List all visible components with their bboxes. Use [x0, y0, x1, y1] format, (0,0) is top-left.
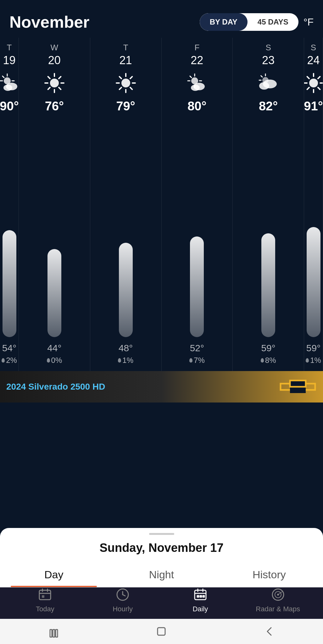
- sheet-date: Sunday, November 17: [0, 541, 323, 555]
- day-col-21[interactable]: T 21 79° 48° 1%: [90, 38, 162, 371]
- precip-icon: [2, 358, 5, 363]
- svg-line-47: [318, 77, 320, 79]
- svg-line-22: [119, 77, 121, 79]
- weather-icon: [43, 72, 65, 94]
- nav-label: Today: [36, 605, 54, 613]
- day-name: T: [7, 43, 12, 53]
- svg-line-70: [278, 591, 282, 595]
- temp-low: 44°: [47, 343, 61, 353]
- svg-line-24: [130, 77, 132, 79]
- day-num: 23: [262, 54, 275, 67]
- day-col-23[interactable]: S 23 82° 59° 8%: [233, 38, 304, 371]
- chevy-logo: [279, 377, 317, 396]
- back-button[interactable]: [263, 625, 276, 638]
- svg-rect-74: [158, 628, 165, 635]
- sheet-tab-night[interactable]: Night: [108, 562, 215, 587]
- day-name: F: [194, 43, 199, 53]
- svg-line-46: [318, 87, 320, 89]
- day-col-19[interactable]: T 19 90° 54° 2%: [0, 38, 19, 371]
- view-toggle[interactable]: BY DAY 45 DAYS: [200, 13, 298, 31]
- svg-rect-71: [50, 630, 52, 637]
- temp-high: 91°: [304, 99, 323, 113]
- temp-bar-container: [189, 116, 204, 337]
- nav-item-today[interactable]: Today: [6, 587, 84, 613]
- weather-icon: [186, 72, 208, 94]
- svg-line-15: [59, 77, 61, 79]
- precip-value: 1%: [122, 356, 133, 365]
- day-num: 19: [3, 54, 15, 67]
- precip-icon: [118, 358, 121, 363]
- day-name: T: [123, 43, 128, 53]
- by-day-button[interactable]: BY DAY: [200, 13, 248, 31]
- precip: 0%: [47, 356, 62, 365]
- svg-line-5: [2, 76, 4, 78]
- precip-value: 1%: [310, 356, 321, 365]
- temp-low: 59°: [261, 343, 275, 353]
- home-button[interactable]: [155, 625, 168, 638]
- weather-icon: [0, 72, 19, 94]
- temp-low: 52°: [190, 343, 204, 353]
- precip: 2%: [2, 356, 17, 365]
- svg-rect-72: [53, 630, 55, 637]
- temp-high: 80°: [187, 99, 207, 113]
- toggle-group: BY DAY 45 DAYS °F: [200, 13, 314, 31]
- svg-line-14: [59, 87, 61, 89]
- bottom-sheet: Sunday, November 17 DayNightHistory: [0, 528, 323, 587]
- nav-item-daily[interactable]: Daily: [162, 587, 239, 613]
- temp-bar: [261, 233, 275, 337]
- sheet-tab-day[interactable]: Day: [0, 562, 108, 587]
- svg-rect-52: [39, 590, 51, 600]
- svg-point-39: [259, 82, 269, 90]
- precip-value: 0%: [51, 356, 62, 365]
- day-num: 24: [307, 54, 320, 67]
- day-num: 22: [191, 54, 203, 67]
- weather-icon: [115, 72, 137, 94]
- svg-line-13: [48, 77, 50, 79]
- sheet-tab-history[interactable]: History: [215, 562, 323, 587]
- svg-rect-64: [197, 595, 199, 597]
- ad-banner[interactable]: 2024 Silverado 2500 HD: [0, 371, 323, 402]
- header: November BY DAY 45 DAYS °F: [0, 0, 323, 38]
- clock-icon: [115, 587, 131, 602]
- day-col-24[interactable]: S 24 91° 59° 1%: [304, 38, 323, 371]
- nav-item-radar-&-maps[interactable]: Radar & Maps: [239, 587, 317, 613]
- precip: 8%: [261, 356, 276, 365]
- unit-label: °F: [304, 16, 314, 28]
- recent-apps-button[interactable]: [47, 625, 60, 638]
- svg-line-23: [130, 87, 132, 89]
- temp-high: 79°: [116, 99, 135, 113]
- weather-icon: [304, 72, 323, 94]
- day-num: 20: [48, 54, 61, 67]
- nav-item-hourly[interactable]: Hourly: [84, 587, 162, 613]
- precip-value: 2%: [6, 356, 17, 365]
- temp-low: 59°: [306, 343, 320, 353]
- month-title: November: [9, 13, 89, 31]
- day-name: W: [51, 43, 58, 53]
- 45-days-button[interactable]: 45 DAYS: [248, 13, 298, 31]
- day-col-22[interactable]: F 22 80° 52° 7%: [162, 38, 233, 371]
- svg-line-37: [261, 76, 262, 77]
- svg-rect-66: [203, 595, 205, 597]
- temp-bar-container: [47, 116, 62, 337]
- svg-point-40: [309, 79, 318, 87]
- system-bar: [0, 619, 323, 644]
- temp-bar: [47, 249, 61, 337]
- svg-line-45: [307, 77, 309, 79]
- temp-low: 54°: [2, 343, 16, 353]
- temp-high: 76°: [45, 99, 64, 113]
- temp-bar-container: [118, 116, 133, 337]
- svg-line-25: [119, 87, 121, 89]
- precip: 7%: [189, 356, 205, 365]
- day-col-20[interactable]: W 20 76° 44° 0%: [19, 38, 90, 371]
- sheet-handle: [149, 533, 174, 535]
- calendar-daily-icon: [192, 587, 208, 602]
- svg-point-8: [50, 79, 59, 87]
- svg-line-48: [307, 87, 309, 89]
- precip-icon: [306, 358, 309, 363]
- days-grid: T 19 90° 54° 2% W 20 76°: [0, 38, 323, 371]
- weather-icon: [257, 72, 279, 94]
- temp-bar: [3, 230, 16, 337]
- svg-point-7: [3, 85, 12, 91]
- temp-high: 82°: [259, 99, 278, 113]
- svg-point-17: [121, 79, 130, 87]
